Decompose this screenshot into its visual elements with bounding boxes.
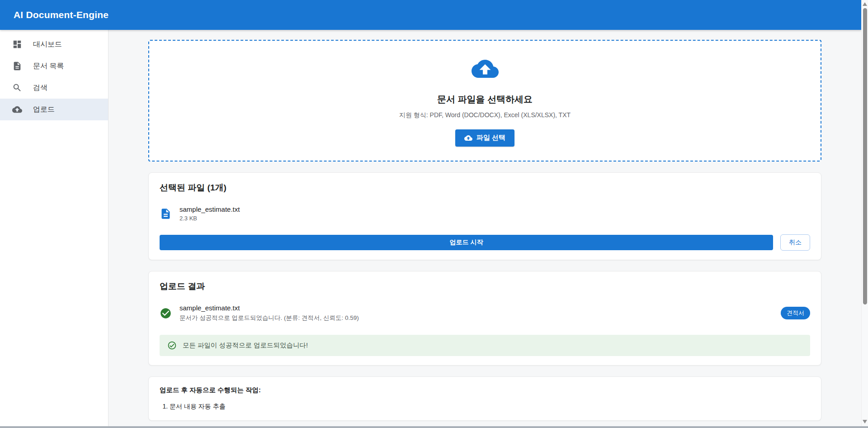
start-upload-button[interactable]: 업로드 시작 xyxy=(160,235,773,250)
vertical-scrollbar[interactable] xyxy=(861,0,868,426)
sidebar-item-label: 대시보드 xyxy=(33,40,62,49)
post-upload-title: 업로드 후 자동으로 수행되는 작업: xyxy=(160,386,810,395)
selected-file-row: sample_estimate.txt 2.3 KB xyxy=(160,205,810,222)
sidebar-item-document-list[interactable]: 문서 목록 xyxy=(0,55,108,77)
search-icon xyxy=(12,83,22,93)
post-upload-card: 업로드 후 자동으로 수행되는 작업: 문서 내용 자동 추출 xyxy=(148,376,821,421)
sidebar-item-upload[interactable]: 업로드 xyxy=(0,99,108,120)
file-size: 2.3 KB xyxy=(179,215,240,222)
post-upload-steps: 문서 내용 자동 추출 xyxy=(160,402,810,411)
sidebar-item-search[interactable]: 검색 xyxy=(0,77,108,99)
horizontal-scrollbar[interactable] xyxy=(0,426,868,428)
result-message: 문서가 성공적으로 업로드되었습니다. (분류: 견적서, 신뢰도: 0.59) xyxy=(179,314,359,322)
vertical-scrollbar-thumb[interactable] xyxy=(863,8,867,304)
check-circle-outline-icon xyxy=(167,341,177,350)
success-alert-text: 모든 파일이 성공적으로 업로드되었습니다! xyxy=(183,341,308,350)
sidebar-item-dashboard[interactable]: 대시보드 xyxy=(0,33,108,55)
post-upload-step: 문서 내용 자동 추출 xyxy=(170,402,810,411)
upload-dropzone[interactable]: 문서 파일을 선택하세요 지원 형식: PDF, Word (DOC/DOCX)… xyxy=(148,40,821,162)
main-content: 문서 파일을 선택하세요 지원 형식: PDF, Word (DOC/DOCX)… xyxy=(108,30,861,428)
scroll-up-arrow-icon[interactable] xyxy=(863,2,867,6)
upload-results-title: 업로드 결과 xyxy=(160,281,810,292)
dropzone-heading: 문서 파일을 선택하세요 xyxy=(437,93,533,105)
success-alert: 모든 파일이 성공적으로 업로드되었습니다! xyxy=(160,335,810,356)
choose-file-label: 파일 선택 xyxy=(476,133,505,142)
sidebar: 대시보드 문서 목록 검색 업로드 xyxy=(0,30,108,428)
app-header: AI Document-Engine xyxy=(0,0,861,30)
selected-files-title: 선택된 파일 (1개) xyxy=(160,182,810,194)
sidebar-item-label: 검색 xyxy=(33,83,47,93)
upload-results-card: 업로드 결과 sample_estimate.txt 문서가 성공적으로 업로드… xyxy=(148,271,821,366)
document-list-icon xyxy=(12,61,22,71)
selected-files-card: 선택된 파일 (1개) sample_estimate.txt 2.3 KB 업… xyxy=(148,172,821,260)
choose-file-button[interactable]: 파일 선택 xyxy=(455,129,514,147)
upload-cloud-icon xyxy=(472,55,499,82)
sidebar-item-label: 문서 목록 xyxy=(33,62,64,71)
scroll-down-arrow-icon[interactable] xyxy=(863,420,867,423)
dropzone-supported-formats: 지원 형식: PDF, Word (DOC/DOCX), Excel (XLS/… xyxy=(399,111,571,119)
file-document-icon xyxy=(160,208,172,220)
upload-cloud-icon xyxy=(12,105,22,114)
dashboard-icon xyxy=(12,39,22,49)
upload-result-row: sample_estimate.txt 문서가 성공적으로 업로드되었습니다. … xyxy=(160,304,810,322)
app-title: AI Document-Engine xyxy=(14,10,108,20)
upload-cloud-icon xyxy=(464,134,472,142)
result-file-name: sample_estimate.txt xyxy=(179,304,359,312)
file-name: sample_estimate.txt xyxy=(179,205,240,213)
classification-badge: 견적서 xyxy=(781,307,810,319)
cancel-button[interactable]: 취소 xyxy=(780,234,810,251)
sidebar-item-label: 업로드 xyxy=(33,105,55,114)
check-circle-icon xyxy=(160,307,172,319)
